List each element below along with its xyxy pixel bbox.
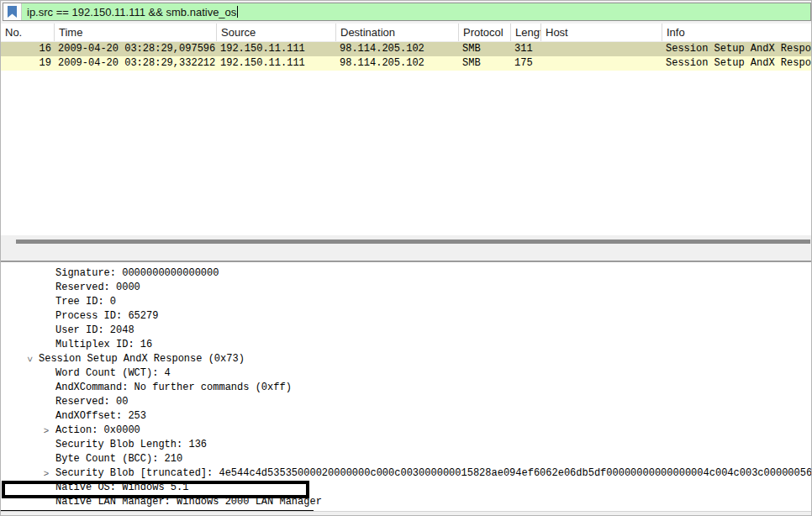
text-caret xyxy=(237,6,238,18)
detail-line[interactable]: Session Setup AndX Response (0x73) xyxy=(1,352,812,366)
cell-info: Session Setup AndX Response xyxy=(662,56,812,71)
detail-line[interactable]: Signature: 0000000000000000 xyxy=(1,266,812,281)
scrollbar-thumb[interactable] xyxy=(16,240,810,244)
detail-line[interactable]: Reserved: 00 xyxy=(1,395,812,409)
cell-source: 192.150.11.111 xyxy=(217,56,336,71)
column-header-no[interactable]: No. xyxy=(1,24,55,41)
packet-row[interactable]: 19 2009-04-20 03:28:29,332212 192.150.11… xyxy=(1,56,812,71)
detail-line[interactable]: Security Blob [truncated]: 4e544c4d53535… xyxy=(1,466,812,481)
filter-toolbar: ip.src == 192.150.11.111 && smb.native_o… xyxy=(1,1,812,24)
cell-info: Session Setup AndX Response xyxy=(662,42,812,56)
cell-time: 2009-04-20 03:28:29,097596 xyxy=(55,42,217,56)
column-header-info[interactable]: Info xyxy=(662,24,812,41)
collapsed-chevron-icon[interactable] xyxy=(37,466,55,481)
cell-length: 175 xyxy=(511,56,541,71)
cell-protocol: SMB xyxy=(459,56,511,71)
cell-no: 16 xyxy=(1,42,55,56)
pane-splitter[interactable] xyxy=(1,247,812,262)
cell-host xyxy=(541,42,662,56)
column-header-source[interactable]: Source xyxy=(217,24,336,41)
packet-list-pane: No. Time Source Destination Protocol Len… xyxy=(1,24,812,247)
wireshark-window: ip.src == 192.150.11.111 && smb.native_o… xyxy=(0,0,812,516)
column-header-host[interactable]: Host xyxy=(541,24,662,41)
display-filter-input[interactable]: ip.src == 192.150.11.111 && smb.native_o… xyxy=(3,3,811,21)
detail-line[interactable]: AndXCommand: No further commands (0xff) xyxy=(1,381,812,395)
detail-line[interactable]: Reserved: 0000 xyxy=(1,281,812,295)
detail-line[interactable]: Multiplex ID: 16 xyxy=(1,338,812,352)
packet-row[interactable]: 16 2009-04-20 03:28:29,097596 192.150.11… xyxy=(1,42,812,56)
column-header-destination[interactable]: Destination xyxy=(336,24,459,41)
cell-protocol: SMB xyxy=(459,42,511,56)
packet-list-header: No. Time Source Destination Protocol Len… xyxy=(1,24,812,42)
detail-line-native-lan-manager[interactable]: Native LAN Manager: Windows 2000 LAN Man… xyxy=(1,495,812,509)
horizontal-scrollbar[interactable] xyxy=(1,235,812,247)
bookmark-icon xyxy=(8,6,17,18)
detail-line[interactable]: Tree ID: 0 xyxy=(1,295,812,309)
cell-destination: 98.114.205.102 xyxy=(336,56,459,71)
filter-bookmark-button[interactable] xyxy=(3,3,22,20)
column-header-protocol[interactable]: Protocol xyxy=(459,24,511,41)
packet-detail-pane: Signature: 0000000000000000 Reserved: 00… xyxy=(1,262,812,516)
column-header-length[interactable]: Length xyxy=(511,24,541,41)
cell-source: 192.150.11.111 xyxy=(217,42,336,56)
column-header-time[interactable]: Time xyxy=(55,24,217,41)
detail-line[interactable]: AndXOffset: 253 xyxy=(1,409,812,424)
cell-host xyxy=(541,56,662,71)
detail-line[interactable]: Process ID: 65279 xyxy=(1,309,812,324)
detail-line[interactable]: Action: 0x0000 xyxy=(1,424,812,438)
detail-line[interactable]: User ID: 2048 xyxy=(1,324,812,338)
detail-line-native-os[interactable]: Native OS: Windows 5.1 xyxy=(1,481,812,495)
filter-text: ip.src == 192.150.11.111 && smb.native_o… xyxy=(22,6,236,18)
cell-destination: 98.114.205.102 xyxy=(336,42,459,56)
cell-length: 311 xyxy=(511,42,541,56)
detail-scrollbar-track[interactable] xyxy=(1,511,812,516)
detail-line[interactable]: Security Blob Length: 136 xyxy=(1,438,812,452)
cell-no: 19 xyxy=(1,56,55,71)
collapsed-chevron-icon[interactable] xyxy=(37,424,55,438)
detail-line[interactable]: Word Count (WCT): 4 xyxy=(1,366,812,381)
cell-time: 2009-04-20 03:28:29,332212 xyxy=(55,56,217,71)
expanded-chevron-icon[interactable] xyxy=(20,352,39,366)
detail-line[interactable]: Byte Count (BCC): 210 xyxy=(1,452,812,466)
